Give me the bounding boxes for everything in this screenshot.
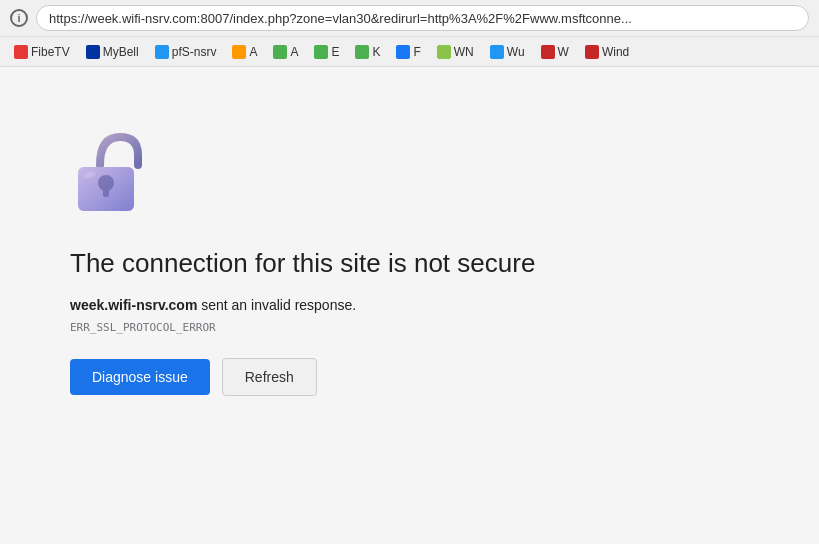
bookmark-item[interactable]: A <box>267 43 304 61</box>
bookmark-item[interactable]: F <box>390 43 426 61</box>
button-row: Diagnose issue Refresh <box>70 358 749 396</box>
bookmark-item[interactable]: K <box>349 43 386 61</box>
info-icon[interactable]: i <box>10 9 28 27</box>
bookmark-label: E <box>331 45 339 59</box>
padlock-icon <box>70 127 150 217</box>
bookmark-item[interactable]: E <box>308 43 345 61</box>
browser-chrome: i https://week.wifi-nsrv.com:8007/index.… <box>0 0 819 67</box>
bookmark-item[interactable]: FibeTV <box>8 43 76 61</box>
bookmark-favicon <box>437 45 451 59</box>
error-subtitle-rest: sent an invalid response. <box>197 297 356 313</box>
bookmarks-bar: FibeTVMyBellpfS-nsrvAAEKFWNWuWWind <box>0 36 819 66</box>
bookmark-favicon <box>541 45 555 59</box>
error-code: ERR_SSL_PROTOCOL_ERROR <box>70 321 749 334</box>
bookmark-label: MyBell <box>103 45 139 59</box>
bookmark-label: FibeTV <box>31 45 70 59</box>
bookmark-label: WN <box>454 45 474 59</box>
error-icon <box>70 127 150 217</box>
url-field[interactable]: https://week.wifi-nsrv.com:8007/index.ph… <box>36 5 809 31</box>
diagnose-button[interactable]: Diagnose issue <box>70 359 210 395</box>
bookmark-label: F <box>413 45 420 59</box>
bookmark-favicon <box>273 45 287 59</box>
error-subtitle: week.wifi-nsrv.com sent an invalid respo… <box>70 297 749 313</box>
bookmark-label: K <box>372 45 380 59</box>
bookmark-item[interactable]: WN <box>431 43 480 61</box>
error-title: The connection for this site is not secu… <box>70 247 749 281</box>
bookmark-favicon <box>314 45 328 59</box>
address-bar: i https://week.wifi-nsrv.com:8007/index.… <box>0 0 819 36</box>
refresh-button[interactable]: Refresh <box>222 358 317 396</box>
bookmark-favicon <box>86 45 100 59</box>
bookmark-label: Wu <box>507 45 525 59</box>
bookmark-favicon <box>155 45 169 59</box>
bookmark-favicon <box>14 45 28 59</box>
bookmark-item[interactable]: pfS-nsrv <box>149 43 223 61</box>
bookmark-favicon <box>232 45 246 59</box>
bookmark-label: W <box>558 45 569 59</box>
bookmark-item[interactable]: MyBell <box>80 43 145 61</box>
page-content: The connection for this site is not secu… <box>0 67 819 544</box>
error-domain: week.wifi-nsrv.com <box>70 297 197 313</box>
bookmark-label: A <box>249 45 257 59</box>
svg-rect-4 <box>78 167 134 211</box>
bookmark-favicon <box>490 45 504 59</box>
bookmark-favicon <box>585 45 599 59</box>
bookmark-label: Wind <box>602 45 629 59</box>
bookmark-item[interactable]: Wu <box>484 43 531 61</box>
bookmark-item[interactable]: Wind <box>579 43 635 61</box>
bookmark-label: pfS-nsrv <box>172 45 217 59</box>
bookmark-favicon <box>355 45 369 59</box>
bookmark-item[interactable]: W <box>535 43 575 61</box>
bookmark-item[interactable]: A <box>226 43 263 61</box>
bookmark-favicon <box>396 45 410 59</box>
bookmark-label: A <box>290 45 298 59</box>
